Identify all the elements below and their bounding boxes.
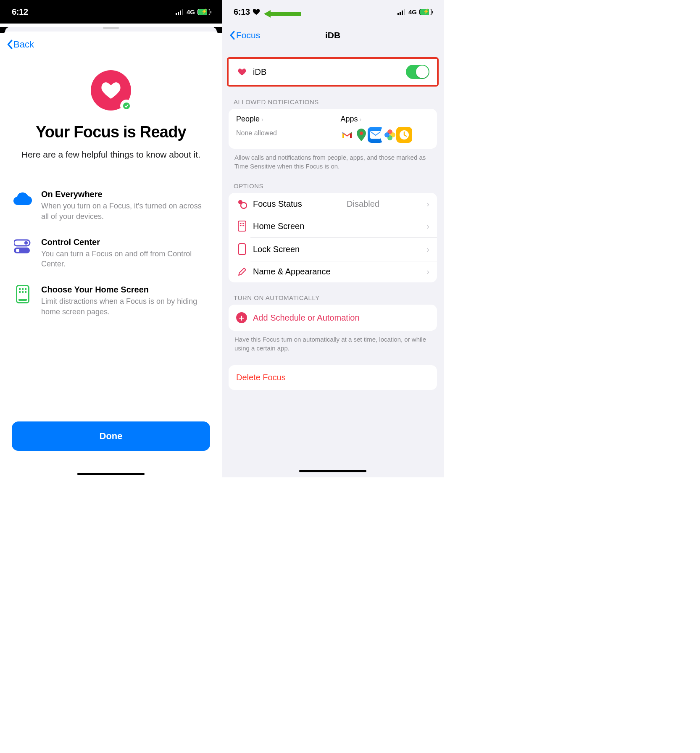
auto-header: TURN ON AUTOMATICALLY	[229, 282, 437, 305]
check-badge-icon	[121, 100, 132, 111]
home-indicator[interactable]	[299, 470, 366, 472]
auto-footer: Have this Focus turn on automatically at…	[229, 331, 437, 353]
heart-icon	[236, 68, 248, 76]
svg-rect-10	[19, 288, 21, 290]
toggles-icon	[13, 237, 32, 256]
svg-point-33	[243, 223, 245, 224]
homescreen-icon	[13, 285, 32, 303]
svg-rect-11	[22, 288, 24, 290]
svg-rect-18	[400, 12, 401, 15]
home-grid-icon	[236, 221, 248, 232]
people-cell[interactable]: People› None allowed	[229, 109, 333, 149]
chevron-right-icon: ›	[426, 199, 429, 209]
svg-rect-14	[22, 291, 24, 293]
feature-home-screen: Choose Your Home Screen Limit distractio…	[13, 285, 208, 317]
plus-icon: ＋	[236, 312, 247, 323]
apps-cell[interactable]: Apps›	[333, 109, 437, 149]
svg-point-34	[240, 225, 241, 226]
svg-point-8	[16, 249, 19, 252]
toggle-label: iDB	[253, 67, 266, 77]
pencil-icon	[236, 267, 248, 276]
svg-rect-2	[180, 11, 181, 15]
svg-point-6	[24, 241, 28, 245]
home-indicator[interactable]	[77, 473, 145, 475]
annotation-arrow	[264, 10, 301, 18]
svg-point-32	[242, 223, 243, 224]
svg-point-26	[384, 132, 389, 137]
nav-title: iDB	[325, 30, 340, 40]
nav-back-button[interactable]: Focus	[229, 30, 260, 40]
option-home-screen[interactable]: Home Screen ›	[229, 215, 437, 237]
focus-status-icon	[236, 199, 248, 209]
network-label: 4G	[408, 8, 417, 16]
status-time: 6:13	[234, 7, 250, 17]
focus-toggle-row[interactable]: iDB	[229, 59, 437, 85]
add-schedule-button[interactable]: ＋ Add Schedule or Automation	[229, 305, 437, 331]
svg-rect-15	[25, 291, 26, 293]
signal-icon	[397, 9, 406, 15]
focus-hero-icon	[91, 70, 131, 111]
chevron-right-icon: ›	[261, 116, 263, 123]
gmail-icon	[339, 127, 355, 143]
svg-point-21	[360, 132, 363, 135]
svg-rect-16	[18, 299, 27, 301]
svg-point-35	[242, 225, 243, 226]
svg-rect-37	[239, 244, 245, 255]
svg-rect-3	[182, 9, 183, 15]
allowed-footer: Allow calls and notifications from peopl…	[229, 149, 437, 171]
status-bar-right: 6:13 4G ⚡	[222, 0, 444, 24]
svg-rect-20	[404, 9, 405, 15]
status-bar-left: 6:12 4G ⚡	[0, 0, 222, 24]
back-button[interactable]: Back	[3, 32, 218, 53]
svg-point-4	[123, 103, 130, 109]
chevron-right-icon: ›	[426, 267, 429, 276]
lock-screen-icon	[236, 243, 248, 255]
svg-rect-12	[25, 288, 26, 290]
chevron-right-icon: ›	[426, 245, 429, 254]
cloud-icon	[13, 190, 32, 208]
chevron-right-icon: ›	[426, 221, 429, 231]
svg-point-36	[243, 225, 245, 226]
chevron-right-icon: ›	[360, 116, 362, 123]
hero-subtitle: Here are a few helpful things to know ab…	[16, 149, 206, 160]
allowed-header: ALLOWED NOTIFICATIONS	[229, 87, 437, 109]
photos-icon	[382, 127, 398, 143]
battery-icon: ⚡	[419, 9, 432, 15]
svg-rect-13	[19, 291, 21, 293]
svg-rect-0	[176, 13, 177, 15]
option-name-appearance[interactable]: Name & Appearance ›	[229, 261, 437, 282]
highlight-box: iDB	[227, 57, 439, 87]
delete-focus-button[interactable]: Delete Focus	[229, 365, 437, 390]
heart-status-icon	[253, 8, 260, 15]
back-label: Back	[13, 39, 34, 50]
network-label: 4G	[187, 8, 195, 16]
feature-on-everywhere: On Everywhere When you turn on a Focus, …	[13, 190, 208, 221]
option-focus-status[interactable]: Focus Status Disabled ›	[229, 193, 437, 215]
options-header: OPTIONS	[229, 171, 437, 193]
clock-icon	[396, 127, 412, 143]
maps-icon	[353, 127, 369, 143]
battery-icon: ⚡	[197, 9, 210, 15]
feature-control-center: Control Center You can turn a Focus on a…	[13, 237, 208, 269]
hero-title: Your Focus is Ready	[12, 123, 210, 141]
signal-icon	[176, 9, 184, 15]
mail-icon	[368, 127, 384, 143]
svg-point-31	[240, 223, 241, 224]
svg-point-29	[241, 203, 247, 208]
svg-rect-17	[397, 13, 399, 15]
option-lock-screen[interactable]: Lock Screen ›	[229, 237, 437, 261]
svg-rect-1	[178, 12, 179, 15]
toggle-switch[interactable]	[406, 65, 429, 79]
svg-rect-19	[402, 11, 403, 15]
status-time: 6:12	[12, 7, 28, 17]
done-button[interactable]: Done	[12, 421, 210, 451]
